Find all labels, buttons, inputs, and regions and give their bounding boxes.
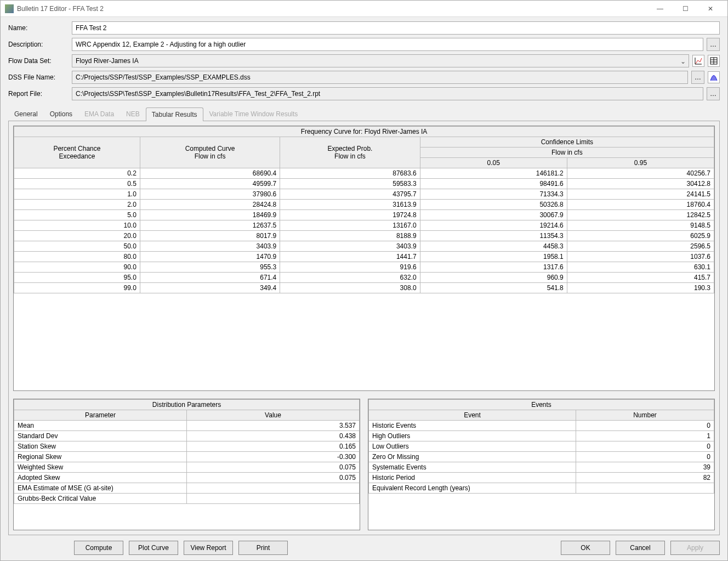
table-row[interactable]: 0.549599.759583.398491.630412.8 — [14, 179, 714, 189]
table-cell: 5.0 — [14, 210, 140, 220]
apply-button: Apply — [670, 541, 720, 555]
table-cell: 40256.7 — [567, 168, 714, 179]
table-cell — [576, 483, 714, 494]
table-cell: 308.0 — [280, 283, 420, 293]
close-button[interactable]: ✕ — [698, 1, 723, 17]
table-cell: EMA Estimate of MSE (G at-site) — [14, 483, 187, 494]
table-row[interactable]: 1.037980.643795.771334.324141.5 — [14, 189, 714, 200]
table-cell: Historic Period — [369, 473, 576, 483]
window-title: Bulletin 17 Editor - FFA Test 2 — [17, 5, 647, 13]
dss-file-field[interactable] — [72, 71, 688, 84]
table-cell: 12637.5 — [140, 220, 280, 231]
table-row[interactable]: 90.0955.3919.61317.6630.1 — [14, 262, 714, 273]
table-cell: Historic Events — [369, 421, 576, 431]
table-cell: 1470.9 — [140, 252, 280, 262]
table-cell: 1.0 — [14, 189, 140, 200]
name-label: Name: — [8, 24, 69, 32]
table-row[interactable]: Weighted Skew0.075 — [14, 462, 360, 473]
table-cell: 50326.8 — [420, 200, 567, 210]
table-cell: 59583.3 — [280, 179, 420, 189]
table-icon-button[interactable] — [708, 55, 720, 67]
table-row[interactable]: 50.03403.93403.94458.32596.5 — [14, 241, 714, 252]
table-cell: 146181.2 — [420, 168, 567, 179]
table-cell: Mean — [14, 421, 187, 431]
table-row[interactable]: Standard Dev0.438 — [14, 431, 360, 441]
table-cell: 80.0 — [14, 252, 140, 262]
table-row[interactable]: Station Skew0.165 — [14, 441, 360, 452]
table-row[interactable]: Zero Or Missing0 — [369, 452, 714, 462]
description-more-button[interactable]: … — [707, 38, 720, 51]
table-cell: 415.7 — [567, 273, 714, 283]
table-row[interactable]: Historic Period82 — [369, 473, 714, 483]
table-row[interactable]: Regional Skew-0.300 — [14, 452, 360, 462]
table-row[interactable]: EMA Estimate of MSE (G at-site) — [14, 483, 360, 494]
minimize-button[interactable]: — — [647, 1, 673, 17]
view-report-button[interactable]: View Report — [184, 541, 233, 555]
table-cell — [187, 494, 360, 504]
table-cell: 20.0 — [14, 231, 140, 241]
table-row[interactable]: 2.028424.831613.950326.818760.4 — [14, 200, 714, 210]
report-file-browse-button[interactable]: … — [707, 87, 720, 100]
maximize-button[interactable]: ☐ — [673, 1, 698, 17]
compute-button[interactable]: Compute — [74, 541, 123, 555]
report-file-field[interactable] — [72, 87, 703, 100]
table-cell: 190.3 — [567, 283, 714, 293]
table-cell: 3403.9 — [280, 241, 420, 252]
table-cell: 13167.0 — [280, 220, 420, 231]
table-cell: 19724.8 — [280, 210, 420, 220]
dss-file-browse-button[interactable]: … — [691, 71, 704, 84]
table-cell: 50.0 — [14, 241, 140, 252]
distribution-icon-button[interactable] — [708, 71, 720, 83]
table-cell: 0 — [576, 441, 714, 452]
content-area: Name: Description: … Flow Data Set: ⌄ DS… — [1, 17, 727, 560]
table-row[interactable]: 10.012637.513167.019214.69148.5 — [14, 220, 714, 231]
table-row[interactable]: 5.018469.919724.830067.912842.5 — [14, 210, 714, 220]
table-row[interactable]: 99.0349.4308.0541.8190.3 — [14, 283, 714, 293]
table-row[interactable]: 0.268690.487683.6146181.240256.7 — [14, 168, 714, 179]
description-field[interactable] — [72, 38, 703, 51]
name-field[interactable] — [72, 21, 720, 35]
table-cell: Zero Or Missing — [369, 452, 576, 462]
table-row[interactable]: 20.08017.98188.911354.36025.9 — [14, 231, 714, 241]
table-row[interactable]: 95.0671.4632.0960.9415.7 — [14, 273, 714, 283]
table-row[interactable]: Mean3.537 — [14, 421, 360, 431]
tab-general[interactable]: General — [8, 107, 44, 121]
titlebar: Bulletin 17 Editor - FFA Test 2 — ☐ ✕ — [1, 1, 727, 17]
tabular-results-panel: Frequency Curve for: Floyd River-James I… — [8, 121, 720, 535]
table-cell: 99.0 — [14, 283, 140, 293]
plot-curve-button[interactable]: Plot Curve — [129, 541, 178, 555]
table-cell: 49599.7 — [140, 179, 280, 189]
table-row[interactable]: Systematic Events39 — [369, 462, 714, 473]
flow-data-set-label: Flow Data Set: — [8, 57, 69, 65]
flow-data-set-select[interactable] — [72, 54, 689, 67]
col-flow-in-cfs: Flow in cfs — [420, 148, 714, 158]
table-row[interactable]: Grubbs-Beck Critical Value — [14, 494, 360, 504]
cancel-button[interactable]: Cancel — [616, 541, 665, 555]
frequency-table-title: Frequency Curve for: Floyd River-James I… — [14, 127, 714, 137]
tab-options[interactable]: Options — [44, 107, 78, 121]
table-cell: 955.3 — [140, 262, 280, 273]
table-cell: High Outliers — [369, 431, 576, 441]
table-row[interactable]: Low Outliers0 — [369, 441, 714, 452]
col-conf-limits: Confidence Limits — [420, 137, 714, 148]
table-row[interactable]: Adopted Skew0.075 — [14, 473, 360, 483]
ok-button[interactable]: OK — [561, 541, 610, 555]
table-cell: Station Skew — [14, 441, 187, 452]
table-cell: 671.4 — [140, 273, 280, 283]
events-title: Events — [369, 400, 714, 410]
table-cell: 90.0 — [14, 262, 140, 273]
table-row[interactable]: 80.01470.91441.71958.11037.6 — [14, 252, 714, 262]
table-row[interactable]: Equivalent Record Length (years) — [369, 483, 714, 494]
table-row[interactable]: High Outliers1 — [369, 431, 714, 441]
report-file-label: Report File: — [8, 90, 69, 98]
table-cell: 919.6 — [280, 262, 420, 273]
table-cell: 30067.9 — [420, 210, 567, 220]
table-cell: 1958.1 — [420, 252, 567, 262]
table-row[interactable]: Historic Events0 — [369, 421, 714, 431]
plot-icon-button[interactable] — [692, 55, 704, 67]
tab-tabular-results[interactable]: Tabular Results — [146, 107, 203, 121]
print-button[interactable]: Print — [238, 541, 288, 555]
dist-col-param: Parameter — [14, 410, 187, 421]
table-cell: 37980.6 — [140, 189, 280, 200]
table-cell: Equivalent Record Length (years) — [369, 483, 576, 494]
